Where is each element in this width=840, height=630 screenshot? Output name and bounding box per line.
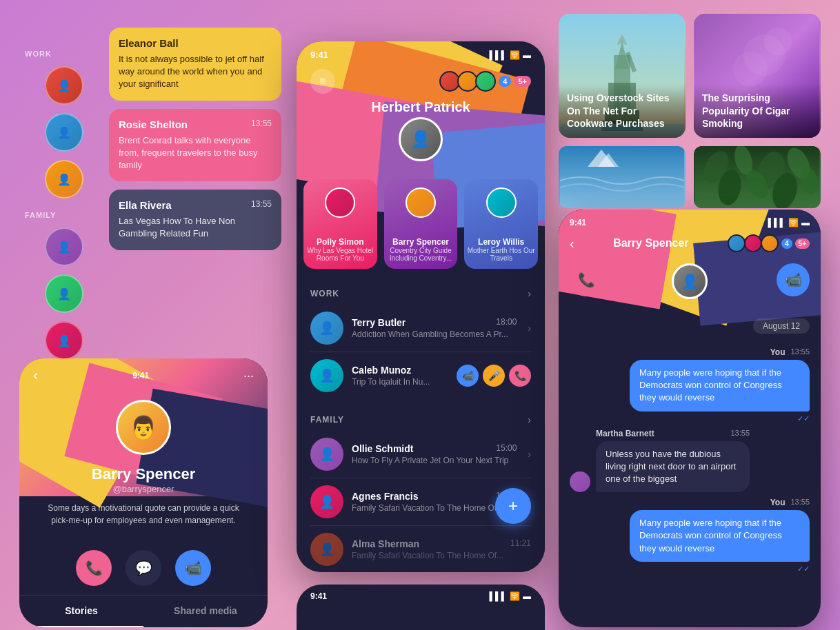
call-button[interactable]: 📞 [76,550,112,586]
chat-card-ella[interactable]: Ella Rivera 13:55 Las Vegas How To Have … [109,190,281,250]
story-avatar-barry [406,187,436,218]
video-action[interactable]: 📹 [457,365,479,387]
blog-card-cookware[interactable]: Using Overstock Sites On The Net For Coo… [559,14,686,138]
story-card-leroy[interactable]: Leroy Willis Mother Earth Hos Our Travel… [464,179,538,269]
family-section-header: FAMILY › [297,405,545,431]
blog-img-leaves[interactable] [694,146,821,208]
msg-ticks-3: ✓✓ [630,565,810,573]
phone-barry-profile: ‹ 9:41 ··· 👨 Barry Spencer @barryspencer… [19,358,268,627]
agnes-top: Agnes Francis 17:44 [352,491,517,502]
bottom-partial-phone: 9:41 ▌▌▌ 🛜 ▬ [297,585,545,630]
bottom-status: 9:41 ▌▌▌ 🛜 ▬ [297,585,545,608]
alma-top: Alma Sherman 11:21 [352,538,531,549]
avatar-work-3[interactable]: 👤 [45,160,83,199]
story-name-leroy: Leroy Willis [478,237,524,247]
nav-avatar-3 [475,71,496,92]
main-user-name: Herbert Patrick [297,99,545,115]
caleb-top: Caleb Munoz [352,365,448,376]
chat-nav-bar: ‹ Barry Spencer 4 5+ [570,234,810,252]
chat-card-text: Brent Conrad talks with everyone from, f… [119,134,272,172]
avatar-work-1[interactable]: 👤 [45,66,83,105]
chat-nav-avatars: 4 5+ [728,234,810,252]
message-button[interactable]: 💬 [126,550,161,586]
phone-call-button[interactable]: 📞 [570,263,603,296]
date-badge: August 12 [753,318,810,334]
avatar-work-2[interactable]: 👤 [45,113,83,152]
time: 9:41 [310,50,328,60]
work-label: WORK [310,289,339,298]
family-arrow[interactable]: › [528,414,531,425]
bottom-time: 9:41 [310,591,327,601]
barry-avatar-icon: 👨 [130,414,157,440]
contact-avatar-icon: 👤 [681,273,699,289]
alma-content: Alma Sherman 11:21 Family Safari Vacatio… [352,538,531,560]
work-arrow[interactable]: › [528,288,531,299]
chat-back-button[interactable]: ‹ [570,236,574,252]
chat-item-caleb[interactable]: 👤 Caleb Munoz Trip To Iqaluit In Nu... 📹… [297,352,545,399]
chat-item-terry[interactable]: 👤 Terry Butler 18:00 Addiction When Gamb… [297,305,545,352]
ollie-arrow: › [528,449,531,460]
chat-status-icons: ▌▌▌ 🛜 ▬ [768,218,810,227]
chat-card-time: 13:55 [251,119,272,128]
chat-nav-av3 [761,234,779,252]
wifi-icon: 🛜 [788,218,799,227]
mic-action[interactable]: 🎤 [483,365,505,387]
chat-contact-avatar-container: 👤 [611,263,768,299]
chat-card-eleanor[interactable]: Eleanor Ball It is not always possible t… [109,28,281,101]
msg-meta-2: Martha Barnett 13:55 [596,429,750,438]
agnes-msg: Family Safari Vacation To The Home Of ..… [352,503,517,513]
chat-card-name: Rosie Shelton [119,119,188,130]
user-avatar-icon: 👤 [410,130,431,149]
chat-status-bar: 9:41 ▌▌▌ 🛜 ▬ [570,218,810,227]
chat-item-alma[interactable]: 👤 Alma Sherman 11:21 Family Safari Vacat… [297,526,545,572]
avatar-family-2[interactable]: 👤 [45,274,83,313]
barry-action-buttons: 📞 💬 📹 [19,550,268,586]
work-label: WORK [19,41,109,62]
story-desc-barry: Coventry City Guide Including Coventry..… [384,247,458,262]
chat-messages: August 12 You 13:55 Many people were hop… [559,306,821,627]
chat-contact-name: Barry Spencer [613,237,688,250]
bubble-1: Many people were hoping that if the Demo… [630,360,810,411]
blog-card-cigar[interactable]: The Surprising Popularity Of Cigar Smoki… [694,14,821,138]
phone-main-chat: 9:41 ▌▌▌ 🛜 ▬ ≡ 4 5+ Herbert Patrick 👤 Po… [297,41,545,572]
blog-img-ocean[interactable] [559,146,686,208]
chat-plus-badge: 5+ [795,238,810,249]
shared-media-tab[interactable]: Shared media [143,596,268,627]
chat-call-buttons: 📞 👤 📹 [570,263,810,299]
nav-badge: 4 [499,76,511,87]
msg-time-1: 13:55 [790,347,810,357]
fab-compose-button[interactable]: + [495,488,531,524]
ollie-time: 15:00 [496,443,517,454]
ollie-content: Ollie Schmidt 15:00 How To Fly A Private… [352,443,517,465]
story-desc-polly: Why Las Vegas Hotel Rooms For You [303,247,377,262]
agnes-avatar: 👤 [310,485,343,518]
chat-item-ollie[interactable]: 👤 Ollie Schmidt 15:00 How To Fly A Priva… [297,431,545,478]
story-desc-leroy: Mother Earth Hos Our Travels [464,247,538,262]
wifi-icon: 🛜 [510,50,520,60]
story-card-barry[interactable]: Barry Spencer Coventry City Guide Includ… [384,179,458,269]
avatar-family-3[interactable]: 👤 [45,321,83,360]
avatar-family-1[interactable]: 👤 [45,227,83,266]
chat-cards-list: Eleanor Ball It is not always possible t… [109,0,281,258]
back-button[interactable]: ‹ [33,367,38,385]
chat-card-rosie[interactable]: Rosie Shelton 13:55 Brent Conrad talks w… [109,109,281,182]
call-action[interactable]: 📞 [509,365,531,387]
chat-card-time: 13:55 [251,199,272,209]
barry-footer: Stories Shared media [19,595,268,627]
family-label: FAMILY [310,415,344,425]
bottom-status-icons: ▌▌▌ 🛜 ▬ [489,591,531,601]
chat-card-text: It is not always possible to jet off hal… [119,53,272,91]
video-call-button[interactable]: 📹 [777,263,810,296]
stories-tab[interactable]: Stories [19,596,143,627]
battery-icon: ▬ [523,50,531,60]
alma-time: 11:21 [510,538,531,549]
story-card-polly[interactable]: Polly Simon Why Las Vegas Hotel Rooms Fo… [303,179,377,269]
video-button[interactable]: 📹 [175,550,211,586]
menu-button[interactable]: ≡ [310,69,335,94]
signal-icon: ▌▌▌ [489,50,507,60]
signal-icon: ▌▌▌ [768,218,786,227]
chat-time: 9:41 [570,218,586,227]
barry-bio: Some days a motivational quote can provi… [40,502,247,527]
more-options-button[interactable]: ··· [243,369,254,383]
wifi-icon: 🛜 [510,591,520,601]
